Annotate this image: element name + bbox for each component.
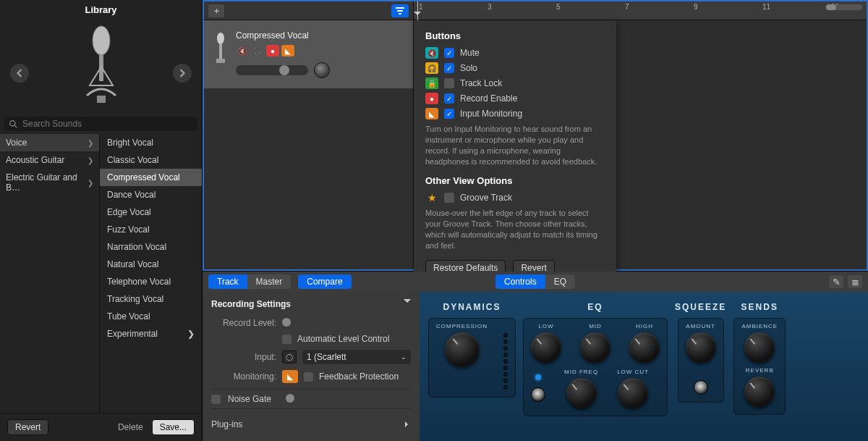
chevron-right-icon[interactable] <box>405 421 411 427</box>
squeeze-title: SQUEEZE <box>675 302 726 312</box>
zoom-scroll[interactable] <box>826 4 862 10</box>
instrument-image <box>0 20 202 114</box>
compare-button[interactable]: Compare <box>298 274 351 289</box>
noise-gate-checkbox[interactable] <box>211 395 221 404</box>
ambience-knob[interactable] <box>744 332 775 363</box>
groove-track-checkbox[interactable] <box>444 193 454 203</box>
ruler-tick: 11 <box>761 1 770 20</box>
sends-title: SENDS <box>741 302 778 312</box>
input-monitoring-label: Input Monitoring <box>460 109 522 119</box>
chevron-down-icon[interactable] <box>404 299 411 306</box>
other-view-heading: Other View Options <box>425 175 605 186</box>
pencil-icon[interactable]: ✎ <box>829 275 843 288</box>
monitoring-label: Monitoring: <box>211 371 276 382</box>
record-icon: ● <box>425 93 438 104</box>
library-forward-button[interactable] <box>173 64 192 83</box>
preset-item[interactable]: Compressed Vocal <box>100 169 202 186</box>
svg-rect-10 <box>216 59 225 63</box>
controls-eq-segment: Controls EQ <box>495 274 575 289</box>
record-level-slider[interactable] <box>282 318 291 327</box>
monitoring-toggle[interactable]: ◣ <box>282 370 298 383</box>
tab-track[interactable]: Track <box>208 274 247 289</box>
track-master-segment: Track Master <box>208 274 291 289</box>
eq-midfreq-knob[interactable] <box>566 378 597 408</box>
inspector: Track Master Compare Controls EQ ✎ ≣ Rec… <box>203 271 868 441</box>
preset-item[interactable]: Tracking Vocal <box>100 290 202 308</box>
svg-rect-7 <box>399 13 401 14</box>
input-monitoring-checkbox[interactable]: ✓ <box>444 109 454 119</box>
stereo-toggle[interactable]: ◯ <box>282 350 297 364</box>
feedback-protection-label: Feedback Protection <box>319 371 399 382</box>
library-back-button[interactable] <box>10 64 29 83</box>
list-icon[interactable]: ≣ <box>848 275 862 288</box>
track-instrument-icon <box>211 30 230 67</box>
add-track-button[interactable]: ＋ <box>208 4 224 17</box>
preset-item[interactable]: Dance Vocal <box>100 186 202 203</box>
tab-eq[interactable]: EQ <box>545 274 575 289</box>
noise-gate-slider[interactable] <box>286 394 294 403</box>
preset-item[interactable]: Experimental❯ <box>100 325 202 343</box>
eq-low-knob[interactable] <box>531 332 561 363</box>
solo-checkbox[interactable]: ✓ <box>444 63 454 73</box>
preset-item[interactable]: Fuzz Vocal <box>100 221 202 238</box>
chevron-right-icon: ❯ <box>88 139 93 147</box>
record-enable-checkbox[interactable]: ✓ <box>444 93 454 104</box>
category-item[interactable]: Electric Guitar and B…❯ <box>0 169 99 196</box>
preset-item[interactable]: Natural Vocal <box>100 256 202 273</box>
pan-knob[interactable] <box>314 62 330 78</box>
dynamics-title: DYNAMICS <box>443 302 501 312</box>
category-item[interactable]: Voice❯ <box>0 134 99 151</box>
eq-high-knob[interactable] <box>629 332 660 363</box>
track-lock-checkbox[interactable] <box>444 78 454 88</box>
record-enable-label: Record Enable <box>460 93 517 104</box>
library-save-button[interactable]: Save... <box>152 419 195 435</box>
preset-item[interactable]: Edge Vocal <box>100 203 202 221</box>
reverb-knob[interactable] <box>744 377 775 407</box>
squeeze-amount-knob[interactable] <box>686 332 716 363</box>
preset-item[interactable]: Narration Vocal <box>100 238 202 256</box>
ruler[interactable]: 1 3 5 7 9 11 13 <box>414 1 867 20</box>
compression-knob[interactable] <box>445 332 480 367</box>
preset-item[interactable]: Bright Vocal <box>100 134 202 151</box>
preset-item[interactable]: Tube Vocal <box>100 308 202 325</box>
recording-settings-heading: Recording Settings <box>211 299 291 309</box>
track-name-label: Compressed Vocal <box>236 30 406 41</box>
input-select[interactable]: 1 (Scarlett⌄ <box>302 350 411 364</box>
library-revert-button[interactable]: Revert <box>7 419 48 435</box>
ruler-tick: 5 <box>555 1 561 20</box>
track-solo-button[interactable]: 🎧 <box>251 45 264 56</box>
track-record-button[interactable]: ● <box>266 45 279 56</box>
feedback-protection-checkbox[interactable] <box>304 372 313 382</box>
track-monitor-button[interactable]: ◣ <box>281 45 294 56</box>
track-row[interactable]: Compressed Vocal 🔇 🎧 ● ◣ <box>204 20 413 88</box>
preset-list: Bright Vocal Classic Vocal Compressed Vo… <box>100 134 202 413</box>
preset-item[interactable]: Classic Vocal <box>100 151 202 169</box>
ruler-tick: 9 <box>692 1 698 20</box>
preset-item[interactable]: Telephone Vocal <box>100 273 202 290</box>
tab-master[interactable]: Master <box>247 274 292 289</box>
track-mute-button[interactable]: 🔇 <box>236 45 249 56</box>
search-field[interactable] <box>22 119 193 129</box>
svg-rect-6 <box>397 10 403 12</box>
chevron-right-icon: ❯ <box>88 156 93 164</box>
library-title: Library <box>9 4 193 15</box>
svg-rect-5 <box>396 7 404 9</box>
chevron-right-icon: ❯ <box>187 329 195 339</box>
eq-mid-knob[interactable] <box>580 332 610 363</box>
eq-lowcut-knob[interactable] <box>618 378 648 408</box>
category-item[interactable]: Acoustic Guitar❯ <box>0 151 99 169</box>
noise-gate-label: Noise Gate <box>228 394 271 404</box>
library-panel: Library Voice❯ Acoustic Guitar❯ <box>0 0 203 441</box>
eq-on-led[interactable] <box>535 374 541 380</box>
inspector-left-panel: Recording Settings Record Level: Automat… <box>203 292 420 441</box>
fx-panel: DYNAMICS COMPRESSION EQ <box>420 292 868 441</box>
volume-slider[interactable] <box>236 65 308 75</box>
search-input[interactable] <box>4 117 197 131</box>
tab-controls[interactable]: Controls <box>495 274 545 289</box>
track-filter-button[interactable] <box>391 4 409 17</box>
auto-level-checkbox[interactable] <box>282 335 292 344</box>
eq-title: EQ <box>587 302 603 312</box>
library-delete-button[interactable]: Delete <box>112 420 149 434</box>
timeline-area[interactable]: 1 3 5 7 9 11 13 Buttons 🔇✓Mute 🎧✓Solo 🔒T… <box>414 1 867 269</box>
mute-checkbox[interactable]: ✓ <box>444 48 454 58</box>
